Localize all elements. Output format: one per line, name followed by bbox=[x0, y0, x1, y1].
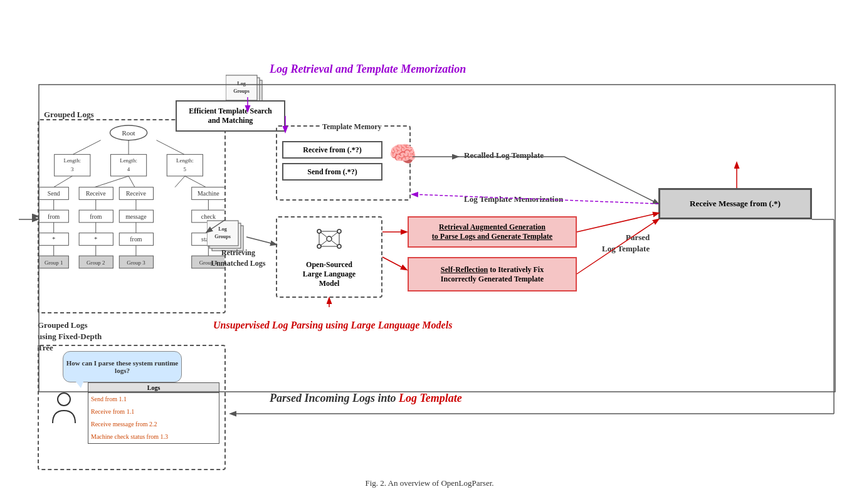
memorization-label: Log Template Memorization bbox=[464, 194, 563, 204]
svg-text:Root: Root bbox=[122, 129, 135, 137]
svg-rect-57 bbox=[79, 256, 113, 268]
svg-rect-5 bbox=[55, 154, 90, 176]
logs-table-header: Logs bbox=[88, 383, 219, 393]
svg-rect-55 bbox=[39, 256, 68, 268]
llm-network-icon bbox=[314, 226, 344, 256]
svg-point-74 bbox=[317, 229, 321, 233]
svg-rect-47 bbox=[119, 233, 153, 246]
svg-line-80 bbox=[321, 241, 327, 245]
svg-line-81 bbox=[332, 241, 337, 245]
svg-point-75 bbox=[337, 229, 341, 233]
template-memory-label: Template Memory bbox=[320, 122, 384, 132]
svg-text:Group 3: Group 3 bbox=[127, 260, 145, 266]
svg-text:3: 3 bbox=[71, 166, 74, 172]
svg-text:from: from bbox=[90, 213, 102, 220]
self-reflection-label: Self-Reflection to Iteratively FixIncorr… bbox=[441, 265, 544, 284]
svg-point-77 bbox=[337, 244, 341, 248]
grouped-logs-box: Root Length: 3 Length: 4 Length: 5 Send bbox=[38, 119, 226, 313]
parsed-incoming-label: Parsed Incoming Logs into Log Template bbox=[270, 392, 462, 405]
svg-rect-31 bbox=[39, 210, 68, 223]
svg-point-76 bbox=[317, 244, 321, 248]
speech-bubble: How can I parse these system runtime log… bbox=[63, 351, 182, 382]
logs-row-4: Machine check status from 1.3 bbox=[88, 431, 219, 443]
svg-line-94 bbox=[246, 237, 276, 244]
svg-rect-59 bbox=[119, 256, 153, 268]
logs-row-1: Send from 1.1 bbox=[88, 393, 219, 406]
svg-text:Receive: Receive bbox=[86, 190, 106, 197]
svg-line-79 bbox=[332, 233, 337, 237]
svg-text:Length:: Length: bbox=[176, 157, 194, 164]
svg-text:*: * bbox=[94, 236, 97, 243]
svg-rect-11 bbox=[167, 154, 203, 176]
svg-text:Send: Send bbox=[48, 190, 60, 197]
svg-rect-19 bbox=[39, 187, 68, 200]
svg-text:Group 2: Group 2 bbox=[87, 260, 105, 266]
svg-point-0 bbox=[110, 125, 147, 140]
unsupervised-label: Unsupervised Log Parsing using Large Lan… bbox=[213, 320, 452, 331]
retrieving-label: RetrievingUnmatched Logs bbox=[207, 248, 270, 269]
self-reflection-box: Self-Reflection to Iteratively FixIncorr… bbox=[408, 257, 577, 291]
svg-line-97 bbox=[577, 213, 658, 232]
svg-line-14 bbox=[54, 176, 73, 187]
svg-text:from: from bbox=[130, 236, 142, 243]
svg-text:Receive: Receive bbox=[126, 190, 146, 197]
svg-line-16 bbox=[129, 176, 135, 187]
logs-row-2: Receive from 1.1 bbox=[88, 406, 219, 418]
brain-icon: 🧠 bbox=[389, 141, 420, 172]
rag-label: Retrieval Augmented Generationto Parse L… bbox=[432, 223, 552, 241]
svg-text:Log: Log bbox=[237, 81, 245, 87]
svg-rect-70 bbox=[207, 221, 238, 246]
svg-text:4: 4 bbox=[127, 166, 130, 172]
svg-rect-43 bbox=[39, 233, 68, 246]
svg-text:Groups: Groups bbox=[233, 88, 250, 94]
rag-box: Retrieval Augmented Generationto Parse L… bbox=[408, 216, 577, 248]
receive-msg-label: Receive Message from (.*) bbox=[690, 199, 781, 209]
svg-text:from: from bbox=[48, 213, 60, 220]
svg-rect-35 bbox=[119, 210, 153, 223]
logs-table: Logs Send from 1.1 Receive from 1.1 Rece… bbox=[88, 382, 219, 444]
svg-point-73 bbox=[327, 236, 332, 241]
svg-rect-23 bbox=[119, 187, 153, 200]
svg-line-96 bbox=[382, 257, 406, 270]
llm-label: Open-SourcedLarge LanguageModel bbox=[303, 260, 356, 288]
svg-text:Machine: Machine bbox=[198, 190, 219, 197]
svg-point-86 bbox=[58, 393, 70, 406]
user-icon bbox=[50, 392, 78, 433]
receive-msg-box: Receive Message from (.*) bbox=[658, 188, 812, 219]
logs-row-3: Receive message from 2.2 bbox=[88, 418, 219, 431]
parsed-label: ParsedLog Template bbox=[602, 232, 650, 255]
svg-rect-33 bbox=[79, 210, 113, 223]
recalled-label: Recalled Log Template bbox=[464, 150, 544, 160]
title-log-retrieval: Log Retrieval and Template Memorization bbox=[270, 63, 466, 76]
svg-rect-65 bbox=[226, 75, 257, 100]
svg-rect-25 bbox=[192, 187, 224, 200]
svg-text:message: message bbox=[125, 213, 147, 220]
svg-rect-21 bbox=[79, 187, 113, 200]
svg-text:5: 5 bbox=[184, 166, 187, 172]
llm-box: Open-SourcedLarge LanguageModel bbox=[276, 216, 382, 298]
svg-text:Length:: Length: bbox=[120, 157, 137, 164]
diagram-container: Log Retrieval and Template Memorization … bbox=[0, 0, 859, 504]
efficient-search-label: Efficient Template Searchand Matching bbox=[189, 107, 271, 125]
grouped-logs-label: Grouped Logs bbox=[44, 110, 94, 120]
svg-rect-45 bbox=[79, 233, 113, 246]
svg-line-17 bbox=[175, 176, 185, 187]
svg-line-78 bbox=[321, 233, 327, 237]
fig-caption: Fig. 2. An overview of OpenLogParser. bbox=[365, 478, 493, 488]
template-item-2: Send from (.*?) bbox=[282, 163, 382, 181]
svg-line-4 bbox=[156, 140, 184, 155]
svg-line-18 bbox=[185, 176, 206, 187]
efficient-search-box: Efficient Template Searchand Matching bbox=[176, 100, 285, 132]
svg-text:*: * bbox=[52, 236, 55, 243]
svg-text:Groups: Groups bbox=[214, 234, 231, 239]
svg-rect-8 bbox=[110, 154, 146, 176]
svg-text:Log: Log bbox=[218, 226, 226, 232]
template-item-1: Receive from (.*?) bbox=[282, 141, 382, 159]
svg-line-92 bbox=[564, 157, 658, 204]
svg-line-2 bbox=[73, 140, 100, 155]
svg-line-15 bbox=[95, 176, 129, 187]
svg-text:Length:: Length: bbox=[63, 157, 81, 164]
svg-text:Group 1: Group 1 bbox=[45, 260, 63, 266]
